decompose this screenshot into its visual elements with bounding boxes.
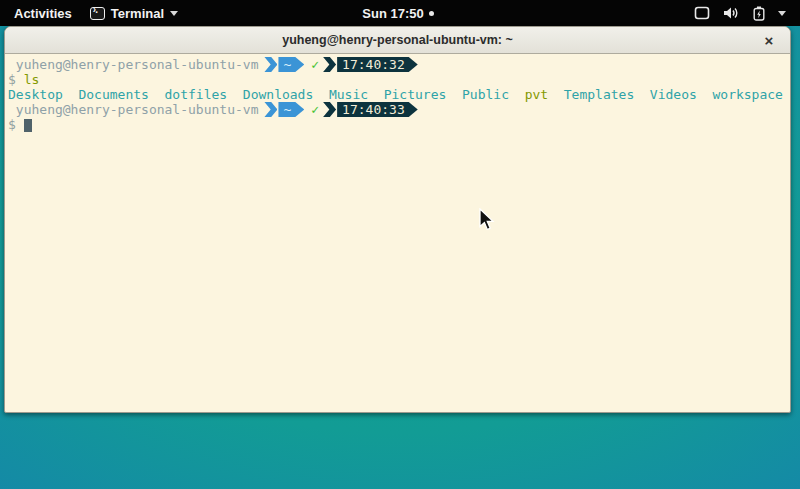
- chevron-down-icon: [778, 11, 786, 16]
- directory-entry: Videos: [650, 87, 713, 102]
- text-cursor: [24, 119, 32, 132]
- terminal-content[interactable]: yuheng@henry-personal-ubuntu-vm ~ ✓ 17:4…: [5, 54, 790, 132]
- prompt-user: yuheng@henry-personal-ubuntu-vm: [8, 57, 258, 72]
- directory-entry: Templates: [564, 87, 650, 102]
- directory-entry: Desktop: [8, 87, 78, 102]
- prompt-path-segment: ~: [278, 57, 304, 72]
- app-menu-label: Terminal: [111, 6, 164, 21]
- volume-icon: [723, 6, 740, 20]
- prompt-line-1: yuheng@henry-personal-ubuntu-vm ~ ✓ 17:4…: [8, 57, 788, 72]
- directory-entry: workspace: [712, 87, 782, 102]
- chevron-down-icon: [170, 11, 178, 16]
- clock-label: Sun 17:50: [362, 6, 423, 21]
- directory-entry: Music: [329, 87, 384, 102]
- input-line[interactable]: $: [8, 117, 788, 132]
- powerline-chevron-icon: [264, 57, 277, 72]
- clock-menu[interactable]: Sun 17:50: [362, 6, 433, 21]
- window-title: yuheng@henry-personal-ubuntu-vm: ~: [282, 33, 513, 47]
- typed-command: ls: [24, 72, 40, 87]
- screen-icon: [694, 6, 710, 20]
- powerline-chevron-icon: [264, 102, 277, 117]
- system-status-menu[interactable]: [434, 6, 800, 21]
- status-check-icon: ✓: [311, 102, 319, 117]
- ls-output-line: Desktop Documents dotfiles Downloads Mus…: [8, 87, 788, 102]
- directory-entry: Public: [462, 87, 525, 102]
- prompt-time-segment: 17:40:32: [337, 57, 418, 72]
- terminal-app-icon: [90, 7, 105, 20]
- top-bar: Activities Terminal Sun 17:50: [0, 0, 800, 26]
- directory-entry: Pictures: [384, 87, 462, 102]
- powerline-chevron-icon: [323, 102, 336, 117]
- terminal-window: yuheng@henry-personal-ubuntu-vm: ~ × yuh…: [4, 26, 791, 413]
- shell-prompt-symbol: $: [8, 72, 24, 87]
- prompt-user: yuheng@henry-personal-ubuntu-vm: [8, 102, 258, 117]
- directory-entry: Documents: [78, 87, 164, 102]
- battery-charging-icon: [753, 6, 765, 21]
- command-line: $ ls: [8, 72, 788, 87]
- prompt-time-segment: 17:40:33: [337, 102, 418, 117]
- window-titlebar[interactable]: yuheng@henry-personal-ubuntu-vm: ~ ×: [5, 27, 790, 54]
- shell-prompt-symbol: $: [8, 117, 24, 132]
- prompt-path-segment: ~: [278, 102, 304, 117]
- directory-entry: Downloads: [243, 87, 329, 102]
- status-check-icon: ✓: [311, 57, 319, 72]
- close-button[interactable]: ×: [759, 30, 779, 50]
- directory-entry: dotfiles: [165, 87, 243, 102]
- directory-entry: pvt: [525, 87, 564, 102]
- powerline-chevron-icon: [323, 57, 336, 72]
- app-menu-terminal[interactable]: Terminal: [90, 6, 178, 21]
- prompt-line-2: yuheng@henry-personal-ubuntu-vm ~ ✓ 17:4…: [8, 102, 788, 117]
- activities-button[interactable]: Activities: [10, 4, 76, 23]
